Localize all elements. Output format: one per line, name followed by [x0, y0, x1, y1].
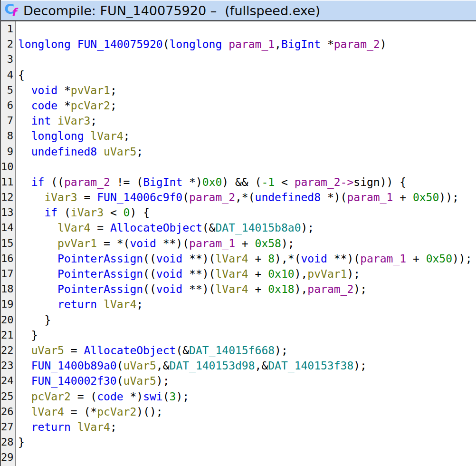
- code-line[interactable]: return lVar4;: [18, 297, 476, 312]
- line-number: 17: [1, 266, 13, 282]
- code-line[interactable]: [18, 52, 476, 67]
- code-line[interactable]: PointerAssign((void **)(lVar4 + 0x18),pa…: [18, 282, 476, 297]
- line-number: 18: [1, 282, 13, 297]
- decompiler-icon: C f: [4, 2, 20, 19]
- line-number: 9: [1, 144, 13, 159]
- line-number: 21: [1, 328, 13, 343]
- line-number: 27: [1, 419, 13, 435]
- window-title: Decompile: FUN_140075920 – (fullspeed.ex…: [23, 3, 320, 18]
- line-number: 20: [1, 312, 13, 328]
- code-line[interactable]: iVar3 = FUN_14006c9f0(param_2,*(undefine…: [18, 190, 476, 205]
- line-number: 3: [1, 52, 13, 67]
- code-line[interactable]: if (iVar3 < 0) {: [18, 205, 476, 220]
- code-line[interactable]: PointerAssign((void **)(lVar4 + 8),*(voi…: [18, 251, 476, 266]
- code-line[interactable]: longlong lVar4;: [18, 128, 476, 144]
- code-line[interactable]: pvVar1 = *(void **)(param_1 + 0x58);: [18, 236, 476, 251]
- code-line[interactable]: longlong FUN_140075920(longlong param_1,…: [18, 37, 476, 52]
- code-line[interactable]: int iVar3;: [18, 113, 476, 128]
- line-number: 2: [1, 37, 13, 52]
- code-line[interactable]: [18, 159, 476, 175]
- code-area[interactable]: longlong FUN_140075920(longlong param_1,…: [16, 21, 476, 466]
- line-number: 16: [1, 251, 13, 266]
- line-number: 25: [1, 389, 13, 404]
- line-number: 28: [1, 435, 13, 450]
- code-line[interactable]: undefined8 uVar5;: [18, 144, 476, 159]
- line-number: 10: [1, 159, 13, 175]
- line-number: 22: [1, 343, 13, 358]
- line-number: 4: [1, 68, 13, 83]
- code-line[interactable]: }: [18, 435, 476, 450]
- code-line[interactable]: if ((param_2 != (BigInt *)0x0) && (-1 < …: [18, 175, 476, 190]
- line-number: 12: [1, 190, 13, 205]
- decompiler-window: C f Decompile: FUN_140075920 – (fullspee…: [0, 0, 476, 466]
- line-number: 13: [1, 205, 13, 220]
- line-number: 15: [1, 236, 13, 251]
- code-line[interactable]: FUN_1400b89a0(uVar5,&DAT_140153d98,&DAT_…: [18, 358, 476, 373]
- code-line[interactable]: FUN_140002f30(uVar5);: [18, 373, 476, 388]
- code-line[interactable]: pcVar2 = (code *)swi(3);: [18, 389, 476, 404]
- code-line[interactable]: }: [18, 312, 476, 328]
- line-number: 19: [1, 297, 13, 312]
- code-line[interactable]: PointerAssign((void **)(lVar4 + 0x10),pv…: [18, 266, 476, 282]
- line-number: 5: [1, 83, 13, 98]
- code-line[interactable]: return lVar4;: [18, 419, 476, 435]
- line-number: 14: [1, 220, 13, 235]
- line-number: 26: [1, 404, 13, 419]
- code-line[interactable]: [18, 450, 476, 465]
- line-number: 23: [1, 358, 13, 373]
- code-line[interactable]: [18, 21, 476, 37]
- line-number: 24: [1, 373, 13, 388]
- line-number-gutter: 1234567891011121314151617181920212223242…: [1, 21, 16, 466]
- code-line[interactable]: {: [18, 68, 476, 83]
- line-number: 11: [1, 175, 13, 190]
- line-number: 7: [1, 113, 13, 128]
- title-bar[interactable]: C f Decompile: FUN_140075920 – (fullspee…: [1, 0, 476, 21]
- code-line[interactable]: code *pcVar2;: [18, 98, 476, 113]
- code-line[interactable]: void *pvVar1;: [18, 83, 476, 98]
- decompiler-icon-f: f: [11, 6, 16, 19]
- code-line[interactable]: }: [18, 328, 476, 343]
- line-number: 6: [1, 98, 13, 113]
- decompile-panel: 1234567891011121314151617181920212223242…: [1, 21, 476, 466]
- code-line[interactable]: uVar5 = AllocateObject(&DAT_14015f668);: [18, 343, 476, 358]
- code-line[interactable]: lVar4 = (*pcVar2)();: [18, 404, 476, 419]
- line-number: 29: [1, 450, 13, 465]
- line-number: 1: [1, 21, 13, 37]
- code-line[interactable]: lVar4 = AllocateObject(&DAT_14015b8a0);: [18, 220, 476, 235]
- line-number: 8: [1, 128, 13, 144]
